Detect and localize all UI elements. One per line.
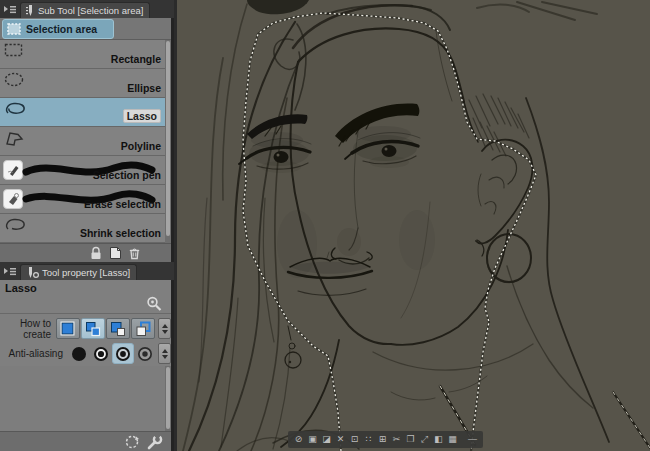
invert-selection-icon[interactable]: ◪: [320, 431, 333, 448]
how-to-create-row: How to create: [0, 316, 171, 341]
add-to-selection-button[interactable]: [81, 318, 105, 339]
anti-aliasing-row: Anti-aliasing: [0, 341, 171, 366]
remove-from-selection-button[interactable]: [106, 318, 130, 339]
deselect-icon[interactable]: ⊘: [292, 431, 305, 448]
tool-name-title: Lasso: [5, 282, 37, 294]
fill-icon[interactable]: ◧: [432, 431, 445, 448]
group-tab-selection-area[interactable]: Selection area: [2, 19, 114, 39]
tool-label: Shrink selection: [80, 227, 161, 239]
how-to-create-options: [56, 318, 171, 339]
anti-aliasing-options: [68, 343, 171, 364]
tool-label: Polyline: [121, 140, 161, 152]
wrench-icon[interactable]: [147, 434, 163, 450]
panel-menu-icon[interactable]: [0, 0, 20, 18]
tool-property-empty-area: [0, 366, 171, 431]
tool-label: Ellipse: [127, 82, 161, 94]
tool-label: Erase selection: [84, 198, 161, 210]
polyline-icon: [4, 130, 26, 147]
tool-property-footer: [0, 431, 171, 451]
blur-border-icon[interactable]: ∷: [362, 431, 375, 448]
tab-sub-tool[interactable]: Sub Tool [Selection area]: [20, 2, 150, 18]
tool-property-tab-title: Tool property [Lasso]: [42, 267, 130, 278]
sub-tool-icon: [25, 5, 35, 17]
cut-and-paste-icon[interactable]: ✂: [390, 431, 403, 448]
anti-aliasing-label: Anti-aliasing: [0, 348, 68, 359]
marquee-icon: [7, 23, 21, 35]
minimize-launcher-icon[interactable]: —: [466, 431, 479, 448]
aa-none-button[interactable]: [68, 343, 90, 364]
tool-property-icon: [25, 267, 39, 279]
tool-label-selected: Lasso: [123, 109, 161, 123]
panel-menu-icon[interactable]: [0, 262, 20, 280]
how-to-create-stepper[interactable]: [158, 318, 171, 339]
clip-studio-window: Sub Tool [Selection area] Selection area…: [0, 0, 650, 451]
aa-middle-button[interactable]: [112, 343, 134, 364]
selection-launcher: ⊘ ▣ ◪ ✕ ⊡ ∷ ⊞ ✂ ❐ ⤢ ◧ ▦ —: [288, 431, 483, 448]
subtool-footer: [0, 243, 171, 262]
left-panel: Sub Tool [Selection area] Selection area…: [0, 0, 174, 451]
ellipse-marquee-icon: [4, 72, 26, 87]
reset-defaults-icon[interactable]: [124, 434, 140, 450]
how-to-create-label: How to create: [0, 318, 56, 340]
new-sub-tool-icon[interactable]: [109, 246, 122, 260]
aa-weak-button[interactable]: [90, 343, 112, 364]
shrink-selection-icon[interactable]: ✕: [334, 431, 347, 448]
shrink-lasso-icon: [4, 217, 28, 234]
subtool-row-polyline[interactable]: Polyline: [0, 127, 171, 156]
portrait-line-art: [177, 0, 650, 451]
subtool-scrollbar[interactable]: [165, 40, 171, 243]
lock-icon[interactable]: [89, 246, 103, 260]
group-tab-label: Selection area: [26, 23, 97, 35]
subtool-row-ellipse[interactable]: Ellipse: [0, 69, 171, 98]
select-again-icon[interactable]: ▣: [306, 431, 319, 448]
document-canvas[interactable]: ⊘ ▣ ◪ ✕ ⊡ ∷ ⊞ ✂ ❐ ⤢ ◧ ▦ —: [177, 0, 650, 451]
sub-tool-detail-icon[interactable]: [146, 296, 163, 312]
transform-icon[interactable]: ⤢: [418, 431, 431, 448]
erase-outside-icon[interactable]: ⊞: [376, 431, 389, 448]
tool-property-scrollbar[interactable]: [165, 366, 171, 431]
subtool-row-erase-selection[interactable]: Erase selection: [0, 185, 171, 214]
delete-sub-tool-icon[interactable]: [128, 246, 141, 260]
select-from-selection-button[interactable]: [131, 318, 155, 339]
tool-label: Selection pen: [93, 169, 161, 181]
subtool-row-rectangle[interactable]: Rectangle: [0, 40, 171, 69]
subtool-group-row: Selection area: [0, 18, 171, 40]
expand-selection-icon[interactable]: ⊡: [348, 431, 361, 448]
tool-label: Rectangle: [111, 53, 161, 65]
new-selection-button[interactable]: [56, 318, 80, 339]
tool-property-tabbar: Tool property [Lasso]: [0, 262, 174, 280]
aa-strong-button[interactable]: [134, 343, 156, 364]
subtool-tab-title: Sub Tool [Selection area]: [38, 5, 143, 16]
subtool-list: Rectangle Ellipse Lasso Polyline Selecti…: [0, 40, 171, 243]
tool-property-subheader: [0, 296, 171, 314]
rectangle-marquee-icon: [4, 43, 24, 57]
tab-tool-property[interactable]: Tool property [Lasso]: [20, 264, 137, 280]
copy-and-paste-icon[interactable]: ❐: [404, 431, 417, 448]
subtool-row-shrink-selection[interactable]: Shrink selection: [0, 214, 171, 243]
subtool-row-lasso[interactable]: Lasso: [0, 98, 171, 127]
tool-property-panel: Lasso How to create: [0, 280, 171, 431]
subtool-row-selection-pen[interactable]: Selection pen: [0, 156, 171, 185]
subtool-tabbar: Sub Tool [Selection area]: [0, 0, 174, 18]
new-tone-icon[interactable]: ▦: [446, 431, 459, 448]
lasso-icon: [4, 101, 28, 118]
anti-aliasing-stepper[interactable]: [158, 343, 171, 364]
